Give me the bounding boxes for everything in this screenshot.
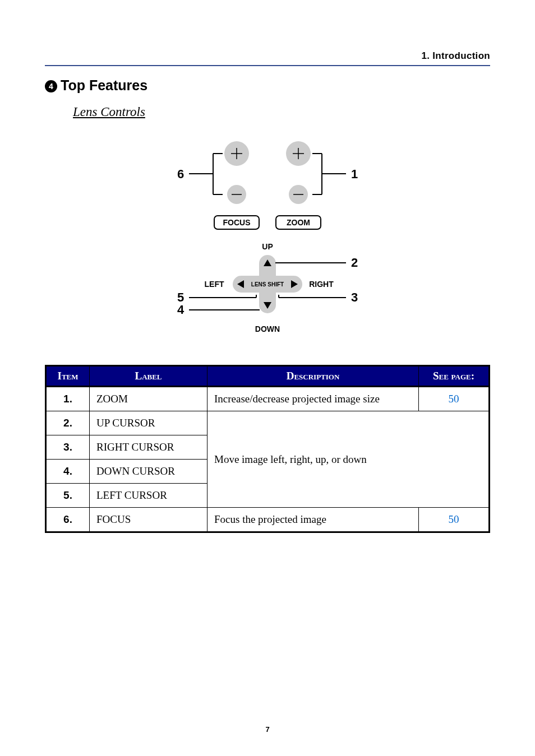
zoom-label: ZOOM xyxy=(287,218,310,227)
cell-item: 1. xyxy=(46,387,90,411)
cell-desc: Focus the projected image xyxy=(207,508,419,532)
section-heading: 4Top Features xyxy=(45,77,490,94)
cell-item: 4. xyxy=(46,460,90,484)
lens-shift-label: LENS SHIFT xyxy=(251,281,284,287)
heading-text: Top Features xyxy=(61,77,147,93)
callout-3: 3 xyxy=(351,290,358,304)
cell-label: ZOOM xyxy=(90,387,207,411)
th-description: Description xyxy=(207,366,419,387)
cell-item: 6. xyxy=(46,508,90,532)
th-item: Item xyxy=(46,366,90,387)
callout-4: 4 xyxy=(177,303,185,317)
lens-controls-diagram: FOCUS ZOOM 6 1 UP LENS SHIFT xyxy=(45,133,490,348)
table-row: 6. FOCUS Focus the projected image 50 xyxy=(46,508,490,532)
right-label: RIGHT xyxy=(309,280,334,289)
chapter-title: 1. Introduction xyxy=(45,50,490,62)
heading-number-circle: 4 xyxy=(45,80,57,92)
down-label: DOWN xyxy=(255,324,280,333)
table-row: 2. UP CURSOR Move image left, right, up,… xyxy=(46,411,490,435)
cell-label: LEFT CURSOR xyxy=(90,484,207,508)
left-label: LEFT xyxy=(205,280,224,289)
cell-item: 2. xyxy=(46,411,90,435)
cell-item: 3. xyxy=(46,435,90,460)
features-table: Item Label Description See page: 1. ZOOM… xyxy=(45,365,490,533)
callout-2: 2 xyxy=(351,256,358,270)
th-see-page: See page: xyxy=(419,366,490,387)
header-rule xyxy=(45,65,490,66)
cell-label: UP CURSOR xyxy=(90,411,207,435)
lens-shift-cross: LENS SHIFT xyxy=(233,255,302,313)
subheading: Lens Controls xyxy=(73,105,490,119)
cell-page-link[interactable]: 50 xyxy=(419,387,490,411)
table-header-row: Item Label Description See page: xyxy=(46,366,490,387)
page-number: 7 xyxy=(0,725,535,734)
cell-label: RIGHT CURSOR xyxy=(90,435,207,460)
cell-label: FOCUS xyxy=(90,508,207,532)
cell-item: 5. xyxy=(46,484,90,508)
cell-page-link[interactable]: 50 xyxy=(419,508,490,532)
cell-label: DOWN CURSOR xyxy=(90,460,207,484)
callout-1: 1 xyxy=(351,167,358,181)
cell-desc-merged: Move image left, right, up, or down xyxy=(207,411,490,508)
page: 1. Introduction 4Top Features Lens Contr… xyxy=(0,0,535,756)
focus-label: FOCUS xyxy=(223,218,251,227)
up-label: UP xyxy=(262,242,273,251)
th-label: Label xyxy=(90,366,207,387)
cell-desc: Increase/decrease projected image size xyxy=(207,387,419,411)
diagram-svg: FOCUS ZOOM 6 1 UP LENS SHIFT xyxy=(133,133,402,346)
callout-6: 6 xyxy=(177,167,184,181)
table-row: 1. ZOOM Increase/decrease projected imag… xyxy=(46,387,490,411)
